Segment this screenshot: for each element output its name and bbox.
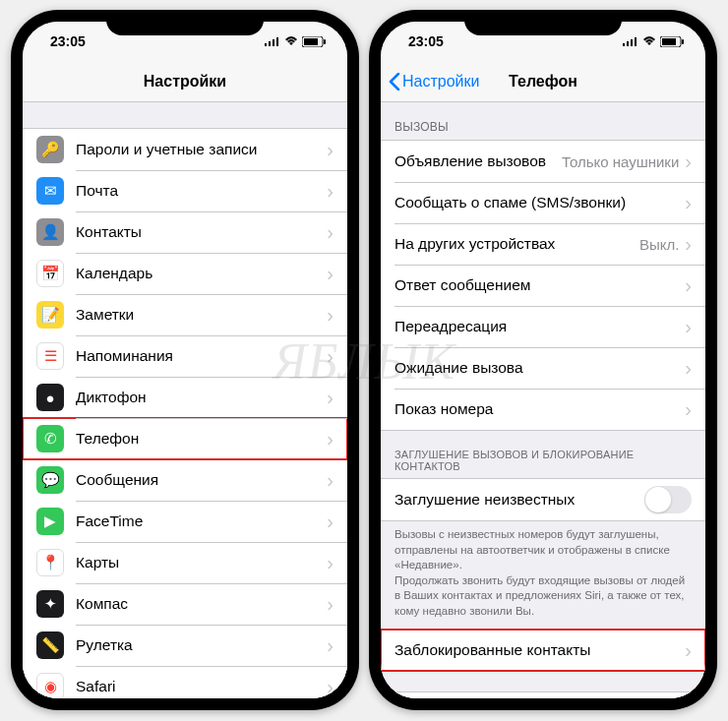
chevron-right-icon: ›: [685, 193, 692, 212]
chevron-right-icon: ›: [685, 275, 692, 295]
svg-rect-10: [635, 37, 637, 46]
settings-row-voice-memos[interactable]: ●Диктофон›: [23, 377, 347, 418]
row-label: Карты: [76, 554, 327, 571]
row-label: Пароли и учетные записи: [76, 141, 327, 158]
screen-left: 23:05 Настройки 🔑Пароли и учетные записи…: [23, 22, 347, 698]
settings-row-maps[interactable]: 📍Карты›: [23, 542, 347, 583]
mail-icon: ✉︎: [36, 177, 64, 205]
signal-icon: [265, 36, 280, 46]
chevron-right-icon: ›: [685, 399, 692, 419]
chevron-right-icon: ›: [327, 470, 334, 490]
svg-rect-12: [662, 38, 676, 45]
settings-row-facetime[interactable]: ▶FaceTime›: [23, 501, 347, 542]
messages-icon: 💬: [36, 466, 64, 494]
dial-assist-row[interactable]: Помощь в наборе: [381, 692, 705, 698]
settings-row-mail[interactable]: ✉︎Почта›: [23, 170, 347, 211]
row-label: Заглушение неизвестных: [394, 491, 644, 509]
svg-rect-8: [627, 41, 629, 46]
row-label: Ожидание вызова: [394, 359, 685, 377]
calls-row[interactable]: Сообщать о спаме (SMS/звонки)›: [381, 182, 705, 223]
calls-row[interactable]: Ответ сообщением›: [381, 265, 705, 306]
chevron-right-icon: ›: [327, 429, 334, 449]
svg-rect-3: [276, 37, 278, 46]
silence-unknown-toggle[interactable]: [644, 486, 692, 513]
reminders-icon: ☰: [36, 342, 64, 370]
notes-icon: 📝: [36, 301, 64, 329]
dial-assist-section: Помощь в наборе: [381, 691, 705, 698]
chevron-right-icon: ›: [327, 264, 334, 283]
safari-icon: ◉: [36, 673, 64, 698]
chevron-right-icon: ›: [685, 234, 692, 254]
screen-right: 23:05 Настройки Телефон ВЫЗОВЫ Объявлени…: [381, 22, 705, 698]
settings-row-safari[interactable]: ◉Safari›: [23, 666, 347, 698]
back-label: Настройки: [402, 73, 479, 90]
row-label: Сообщать о спаме (SMS/звонки): [394, 194, 685, 211]
row-label: Компас: [76, 595, 327, 613]
status-indicators: [623, 36, 684, 47]
row-label: Сообщения: [76, 471, 327, 489]
facetime-icon: ▶: [36, 508, 64, 535]
settings-list-container[interactable]: 🔑Пароли и учетные записи›✉︎Почта›👤Контак…: [23, 102, 347, 698]
blocked-section: Заблокированные контакты ›: [381, 629, 705, 672]
settings-row-measure[interactable]: 📏Рулетка›: [23, 625, 347, 666]
chevron-right-icon: ›: [685, 151, 692, 171]
chevron-right-icon: ›: [685, 358, 692, 378]
settings-row-messages[interactable]: 💬Сообщения›: [23, 459, 347, 501]
row-label: Заблокированные контакты: [394, 641, 685, 659]
chevron-right-icon: ›: [327, 222, 334, 242]
wifi-icon: [284, 36, 298, 46]
battery-icon: [660, 36, 684, 47]
chevron-right-icon: ›: [327, 346, 334, 366]
row-label: Рулетка: [76, 636, 327, 654]
phone-frame-left: 23:05 Настройки 🔑Пароли и учетные записи…: [11, 10, 359, 710]
row-label: На других устройствах: [394, 235, 639, 253]
blocked-contacts-row[interactable]: Заблокированные контакты ›: [381, 630, 705, 671]
svg-rect-13: [682, 39, 684, 44]
settings-row-notes[interactable]: 📝Заметки›: [23, 294, 347, 335]
calls-section: Объявление вызововТолько наушники›Сообща…: [381, 140, 705, 431]
contacts-icon: 👤: [36, 218, 64, 246]
chevron-right-icon: ›: [685, 317, 692, 336]
status-time: 23:05: [408, 33, 444, 49]
settings-row-key[interactable]: 🔑Пароли и учетные записи›: [23, 129, 347, 170]
row-value: Только наушники: [562, 153, 679, 170]
chevron-right-icon: ›: [327, 511, 334, 531]
maps-icon: 📍: [36, 549, 64, 576]
key-icon: 🔑: [36, 136, 64, 163]
silence-unknown-row[interactable]: Заглушение неизвестных: [381, 479, 705, 520]
row-label: Диктофон: [76, 389, 327, 406]
row-label: FaceTime: [76, 512, 327, 530]
calls-row[interactable]: На других устройствахВыкл.›: [381, 223, 705, 265]
row-label: Safari: [76, 678, 327, 695]
calendar-icon: 📅: [36, 260, 64, 287]
chevron-right-icon: ›: [327, 181, 334, 201]
calls-row[interactable]: Ожидание вызова›: [381, 347, 705, 389]
settings-row-phone[interactable]: ✆Телефон›: [23, 418, 347, 459]
row-label: Телефон: [76, 430, 327, 448]
notch: [106, 10, 264, 35]
phone-icon: ✆: [36, 425, 64, 452]
back-button[interactable]: Настройки: [389, 73, 479, 90]
svg-rect-0: [265, 43, 267, 46]
calls-row[interactable]: Показ номера›: [381, 389, 705, 430]
chevron-right-icon: ›: [685, 640, 692, 660]
chevron-right-icon: ›: [327, 305, 334, 325]
calls-row[interactable]: Переадресация›: [381, 306, 705, 347]
voice-memos-icon: ●: [36, 384, 64, 411]
svg-rect-9: [631, 39, 633, 46]
settings-row-reminders[interactable]: ☰Напоминания›: [23, 335, 347, 377]
status-time: 23:05: [50, 33, 86, 49]
svg-rect-6: [324, 39, 326, 44]
row-label: Заметки: [76, 306, 327, 324]
chevron-left-icon: [389, 73, 400, 90]
page-title: Настройки: [144, 73, 226, 90]
phone-settings-container[interactable]: ВЫЗОВЫ Объявление вызововТолько наушники…: [381, 102, 705, 698]
row-label: Напоминания: [76, 347, 327, 365]
section-header-silence: ЗАГЛУШЕНИЕ ВЫЗОВОВ И БЛОКИРОВАНИЕ КОНТАК…: [381, 431, 705, 478]
calls-row[interactable]: Объявление вызововТолько наушники›: [381, 141, 705, 182]
signal-icon: [623, 36, 638, 46]
settings-row-compass[interactable]: ✦Компас›: [23, 583, 347, 625]
settings-row-contacts[interactable]: 👤Контакты›: [23, 211, 347, 253]
settings-row-calendar[interactable]: 📅Календарь›: [23, 253, 347, 294]
row-label: Ответ сообщением: [394, 276, 685, 294]
